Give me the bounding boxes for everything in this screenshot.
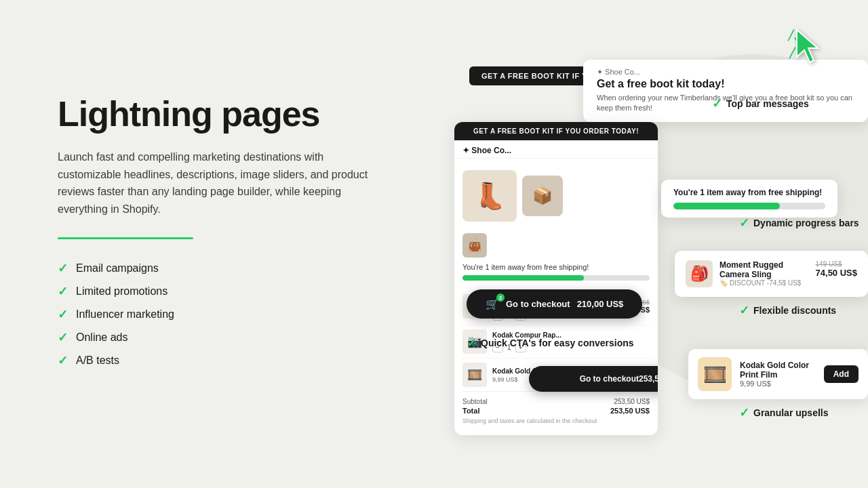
progress-message: You're 1 item away from free shipping! bbox=[673, 188, 825, 197]
store-name: ✦ Shoe Co... bbox=[597, 68, 854, 77]
list-item: ✓ Online ads bbox=[58, 330, 424, 345]
list-item: ✓ Email campaigns bbox=[58, 261, 424, 276]
label-dynamic-progress: ✓ Dynamic progress bars bbox=[739, 216, 859, 230]
check-icon: ✓ bbox=[58, 353, 68, 368]
shoe-image-1: 👢 bbox=[462, 170, 517, 222]
cart-mockup: GET A FREE BOOT KIT IF YOU ORDER TODAY! … bbox=[454, 122, 658, 435]
label-flexible-discounts: ✓ Flexible discounts bbox=[739, 303, 836, 318]
left-content: Lightning pages Launch fast and compelli… bbox=[58, 95, 424, 368]
label-quick-cta: ✓ Quick CTA's for easy conversions bbox=[467, 336, 634, 350]
check-icon: ✓ bbox=[58, 330, 68, 345]
cart-icon: 🛒 2 bbox=[486, 298, 499, 310]
subtotal-row: Subtotal 253,50 US$ bbox=[462, 397, 650, 406]
page-description: Launch fast and compelling marketing des… bbox=[58, 148, 390, 218]
product-detail-name: Moment Rugged Camera Sling bbox=[719, 260, 809, 279]
check-icon: ✓ bbox=[712, 96, 722, 111]
check-icon: ✓ bbox=[58, 261, 68, 276]
upsell-card: 🎞️ Kodak Gold Color Print Film 9,99 US$ … bbox=[688, 349, 868, 399]
check-icon: ✓ bbox=[58, 307, 68, 322]
cart-checkout-button[interactable]: Go to checkout 253,50 US$ bbox=[529, 366, 658, 392]
shoe-box-image: 📦 bbox=[522, 176, 563, 216]
cart-topbar: GET A FREE BOOT KIT IF YOU ORDER TODAY! bbox=[454, 122, 658, 140]
cart-store-name: ✦ Shoe Co... bbox=[454, 140, 658, 159]
list-item: ✓ Limited promotions bbox=[58, 284, 424, 299]
product-detail-content: 🎒 Moment Rugged Camera Sling 🏷️ DISCOUNT… bbox=[686, 260, 857, 287]
product-thumbnail-kodak: 🎞️ bbox=[462, 363, 487, 387]
upsell-info: Kodak Gold Color Print Film 9,99 US$ bbox=[740, 361, 816, 388]
label-granular-upsells: ✓ Granular upsells bbox=[739, 405, 828, 420]
checkout-label: Go to checkout bbox=[506, 299, 570, 309]
divider bbox=[58, 237, 193, 239]
product-detail-prices: 149 US$ 74,50 US$ bbox=[816, 260, 857, 278]
check-icon: ✓ bbox=[58, 284, 68, 299]
product-detail-card: 🎒 Moment Rugged Camera Sling 🏷️ DISCOUNT… bbox=[675, 251, 868, 297]
upsell-product-price: 9,99 US$ bbox=[740, 380, 816, 388]
cursor-icon bbox=[793, 28, 824, 68]
label-topbar-messages: ✓ Top bar messages bbox=[712, 96, 809, 111]
cart-progress-fill bbox=[462, 275, 584, 281]
page-title: Lightning pages bbox=[58, 95, 424, 134]
topbar-white-card: ✦ Shoe Co... Get a free boot kit today! … bbox=[583, 60, 868, 122]
product-detail-discount: 🏷️ DISCOUNT -74,5$ US$ bbox=[719, 279, 809, 287]
cart-progress-bar bbox=[462, 275, 650, 281]
right-mockup: GET A FREE BOOT KIT IF YOU ORDER TODAY! … bbox=[380, 0, 868, 488]
list-item: ✓ Influencer marketing bbox=[58, 307, 424, 322]
progress-bar-card: You're 1 item away from free shipping! bbox=[661, 180, 837, 218]
product-detail-thumbnail: 🎒 bbox=[686, 260, 713, 287]
bag-image: 👜 bbox=[462, 233, 487, 258]
shipping-note: Shipping and taxes are calculated in the… bbox=[462, 418, 650, 424]
check-icon: ✓ bbox=[739, 405, 749, 420]
check-icon: ✓ bbox=[739, 216, 749, 230]
upsell-add-button[interactable]: Add bbox=[824, 365, 859, 383]
cart-badge: 2 bbox=[496, 293, 505, 302]
upsell-product-name: Kodak Gold Color Print Film bbox=[740, 361, 816, 380]
list-item: ✓ A/B tests bbox=[58, 353, 424, 368]
feature-list: ✓ Email campaigns ✓ Limited promotions ✓… bbox=[58, 261, 424, 368]
progress-fill bbox=[673, 203, 780, 209]
offer-title: Get a free boot kit today! bbox=[597, 78, 854, 90]
total-row: Total 253,50 US$ bbox=[462, 406, 650, 415]
cart-shipping-message: You're 1 item away from free shipping! bbox=[462, 263, 650, 271]
product-detail-info: Moment Rugged Camera Sling 🏷️ DISCOUNT -… bbox=[719, 260, 809, 287]
check-icon: ✓ bbox=[739, 303, 749, 318]
check-icon: ✓ bbox=[467, 336, 477, 350]
floating-checkout-button[interactable]: 🛒 2 Go to checkout 210,00 US$ bbox=[467, 289, 642, 319]
upsell-thumbnail: 🎞️ bbox=[698, 357, 732, 391]
cart-subtotals: Subtotal 253,50 US$ Total 253,50 US$ Shi… bbox=[462, 391, 650, 428]
checkout-price: 210,00 US$ bbox=[577, 299, 624, 309]
progress-bar bbox=[673, 203, 825, 209]
